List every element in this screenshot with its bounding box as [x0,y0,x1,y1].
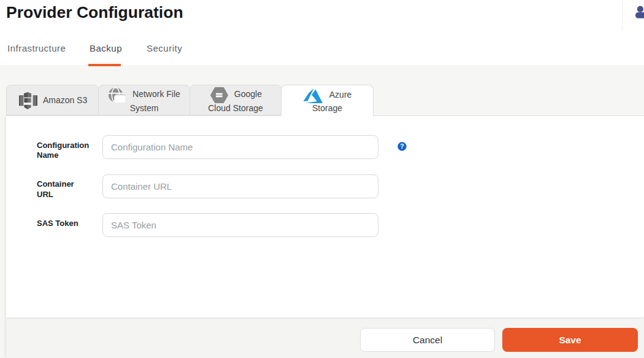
svg-text:?: ? [400,142,404,150]
